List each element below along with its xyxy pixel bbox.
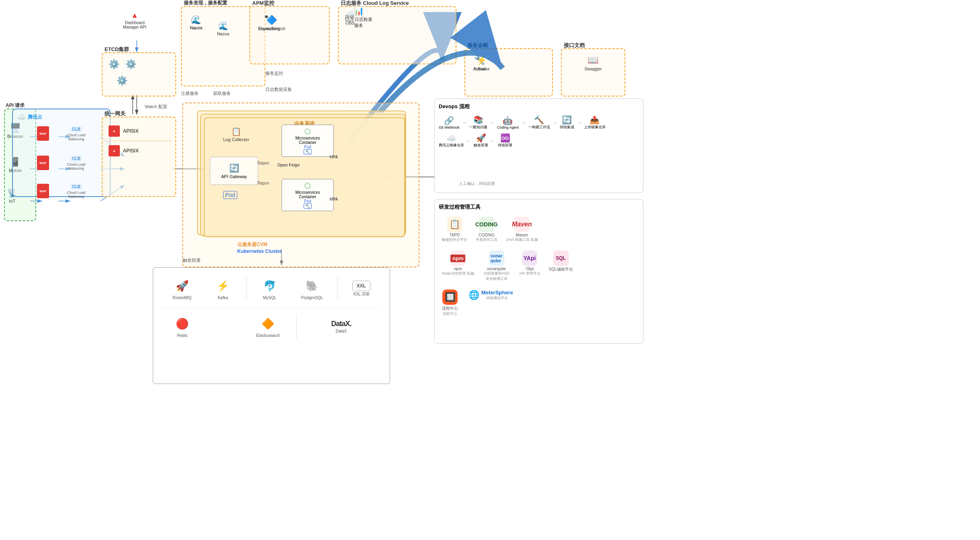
watch-config-label: Watch 配置 — [145, 104, 167, 110]
apisix-icon-1: A — [109, 125, 120, 137]
apm-box: APM监控 🔭 Skywalking 🔷 ElasticSearch — [249, 6, 330, 64]
manual-confirm-label: 人工确认，持续部署 — [459, 181, 495, 187]
dashboard-manager-label: Dashboard Manager API — [119, 21, 151, 29]
etcd-gear-2: ⚙️ — [125, 59, 136, 70]
clb-2: CLB Cloud Load Balancing — [65, 156, 87, 170]
waf-3: WAF — [37, 184, 49, 198]
rapon-label-2: Rapon — [257, 181, 269, 185]
pod-left-node: Pod — [223, 191, 237, 199]
tapd-tool: 📋 TAPD 敏捷协作云平台 — [442, 217, 467, 242]
iot-label: IoT — [9, 199, 16, 203]
devops-panel: Devops 流程 🔗 Git Webhook → 📚 一般知识建 → 🤖 Co… — [434, 99, 643, 193]
research-tools-panel: 研发过程管理工具 📋 TAPD 敏捷协作云平台 CODING CODING 开发… — [434, 199, 643, 344]
register-service-label: 注册服务 — [181, 90, 199, 97]
kafka-item: ⚡ Kafka — [214, 277, 232, 300]
devops-label: Devops 流程 — [439, 103, 639, 110]
elasticsearch-apm-node: 🔷 ElasticSearch — [258, 15, 285, 31]
log-collector-node: 📋 Log Collecter — [223, 127, 249, 142]
sonarqube-tool: sonarqube sonarqube 代码质量和代码安全检测工具 — [483, 250, 511, 281]
git-webhook-node: 🔗 Git Webhook — [439, 116, 460, 129]
tencent-cloud-label: 腾讯云 — [28, 114, 42, 121]
metersphere-tool: 🌐 MeterSphere 持续测试平台 — [468, 290, 513, 301]
mysql-item: 🐬 MySQL — [261, 277, 279, 300]
microservices-container-1: ⬡ MicroservicesContainer Pod 🔧 — [281, 125, 334, 157]
research-tools-label: 研发过程管理工具 — [439, 203, 639, 211]
database-box: 🚀 RocketMQ ⚡ Kafka 🐬 MySQL 🐘 PostgreSQL … — [153, 267, 390, 384]
cls-node: 📊 CLS 日志检索服务 — [345, 6, 373, 29]
service-diagnosis-box: 服务诊断 🔧 Arthas ⚡ Actuator — [464, 48, 553, 97]
nacos-3: 🌊 Nacos — [217, 21, 229, 36]
etcd-box: ETCD集群 ⚙️ ⚙️ ⚙️ — [102, 52, 176, 97]
get-service-label: 获取服务 — [213, 90, 231, 97]
swagger-node: 📖 Swagger — [584, 55, 602, 71]
etcd-label: ETCD集群 — [105, 46, 129, 53]
rapon-label-1: Rapon — [257, 161, 269, 165]
build-workflow-node: 🔨 一构建工作流 — [528, 115, 550, 130]
etcd-gear-3: ⚙️ — [117, 76, 127, 86]
cloud-server-label: 云服务器CVM — [237, 241, 267, 248]
hpa-2-label: HPA — [330, 197, 338, 201]
api-docs-box: 接口文档 📖 Swagger — [561, 48, 625, 97]
elasticsearch-db-item: 🔶 Elasticsearch — [256, 315, 280, 338]
service-diagnosis-label: 服务诊断 — [467, 42, 488, 49]
redis-item: 🔴 Redis — [173, 315, 191, 338]
unified-gateway-box: 统一网关 A APISIX A APISIX — [102, 117, 176, 197]
api-request-label: API 请求 — [6, 102, 25, 109]
waf-1: WAF — [37, 126, 49, 141]
hpa-1-label: HPA — [330, 155, 338, 159]
clb-3: CLB Cloud Load Balancing — [65, 184, 87, 199]
flow-center-tool: 🔲 流程中心 流程中心 — [442, 290, 458, 316]
tencent-cloud-panel: ☁️ 腾讯云 WAF CLB Cloud Load Balancing WAF … — [12, 109, 111, 197]
datax-item: DataX. DataX — [313, 320, 370, 333]
api-gateway-label: API Gateway — [221, 174, 247, 179]
xxljob-item: XXL XXL JOB — [352, 281, 370, 296]
trigger-deploy-label: 触发部署 — [183, 257, 201, 263]
service-monitor-label: 服务监控 — [265, 70, 283, 76]
apisix-label-1: APISIX — [123, 128, 139, 134]
dashboard-manager-node: ▲ Dashboard Manager API — [119, 11, 151, 29]
rocketmq-item: 🚀 RocketMQ — [173, 277, 191, 300]
coding-agent-node: 🤖 Coding Agent — [497, 116, 519, 129]
log-collect-label: 日志数据采集 — [265, 86, 292, 92]
apisix-label-2: APISIX — [123, 148, 139, 154]
npm-tool: npm npm NodeJS包管理 私服 — [442, 250, 474, 276]
apm-label: APM监控 — [252, 0, 274, 7]
general-knowledge-node: 📚 一般知识建 — [469, 115, 487, 130]
waf-2: WAF — [37, 156, 49, 170]
log-service-box: 日志服务 Cloud Log Service ☁️ OBS → 存储 → 📊 C… — [338, 6, 456, 64]
postgresql-item: 🐘 PostgreSQL — [301, 277, 323, 300]
continuous-deploy-node: ♾️ 持续部署 — [498, 133, 512, 148]
apisix-icon-2: A — [109, 145, 120, 156]
microservices-container-2: ⬡ MicroservicesContainer Pod 🔧 — [281, 179, 334, 211]
main-diagram: API 请求 🖥️ Browser 📱 Mobile 📡 IoT ☁️ 腾讯云 … — [0, 0, 980, 540]
nacos-2: 🌊 Nacos — [190, 15, 202, 30]
kubernetes-label: Kubernetes Cluster — [237, 248, 282, 254]
api-gateway-box: 🔄 API Gateway — [210, 157, 258, 185]
service-discovery-label: 服务发现，服务配置 — [184, 0, 227, 6]
coding-tool: CODING CODING 开发协作工具 — [476, 217, 497, 242]
etcd-gear-1: ⚙️ — [109, 59, 119, 70]
yapi-tool: YApi YApi API 管理平台 — [519, 250, 540, 276]
api-docs-label: 接口文档 — [564, 42, 585, 49]
ci-node: 🔄 持续集成 — [560, 115, 574, 130]
tencent-registry-node: ☁️ 腾讯云镜像仓库 — [439, 133, 464, 148]
clb-1: CLB Cloud Load Balancing — [65, 126, 87, 141]
upload-image-node: 📤 上传镜像仓库 — [584, 115, 606, 130]
unified-gateway-label: 统一网关 — [105, 110, 125, 117]
actuator-node: ⚡ Actuator — [473, 55, 490, 71]
trigger-deploy-node: 🚀 触发部署 — [474, 133, 488, 148]
open-feign-label: Open Feign — [277, 163, 300, 167]
maven-tool: Maven Maven JAVA 和建工具 私服 — [506, 217, 538, 242]
sql-tool: SQL SQL编辑平台 — [549, 250, 573, 272]
